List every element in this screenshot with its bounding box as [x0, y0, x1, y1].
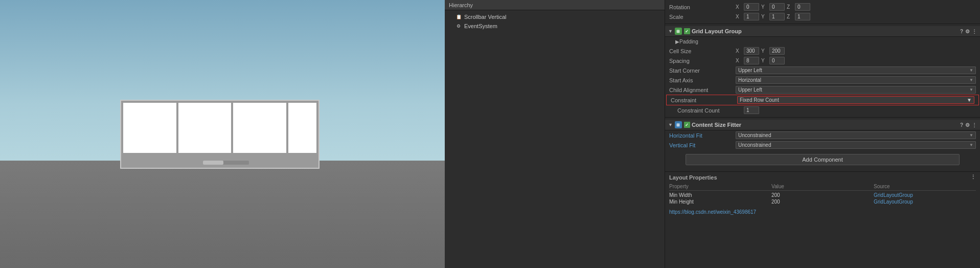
spacing-value: X 8 Y 0: [736, 57, 976, 64]
grid-icon: ⊞: [675, 28, 682, 35]
settings-icon[interactable]: ⚙: [965, 122, 970, 128]
z-label: Z: [787, 14, 793, 19]
dropdown-arrow: ▼: [969, 68, 973, 73]
row-source[interactable]: GridLayoutGroup: [874, 192, 976, 198]
start-axis-value: Horizontal: [738, 77, 761, 83]
scene-grid-inner: [123, 103, 316, 153]
content-size-section: ▼ ⊞ ✓ Content Size Fitter ? ⚙ ⋮ Horizont…: [665, 118, 980, 172]
cell-size-y[interactable]: 200: [769, 47, 785, 55]
rotation-x[interactable]: 0: [744, 3, 759, 11]
checkbox-icon[interactable]: ✓: [684, 28, 690, 34]
column-value: Value: [771, 184, 874, 189]
row-property: Min Height: [669, 199, 771, 205]
cell-size-value: X 300 Y 200: [736, 47, 976, 55]
scene-view: [0, 0, 445, 268]
hierarchy-item-eventsystem[interactable]: ⚙ EventSystem: [445, 21, 665, 31]
help-icon[interactable]: ?: [960, 122, 963, 128]
x-label: X: [736, 14, 742, 19]
row-source[interactable]: GridLayoutGroup: [874, 199, 976, 205]
help-icon[interactable]: ?: [960, 29, 963, 34]
child-alignment-row: Child Alignment Upper Left ▼: [665, 85, 980, 95]
cell-size-x[interactable]: 300: [744, 47, 759, 55]
row-value: 200: [771, 199, 874, 205]
scene-grid-cell: [178, 103, 232, 153]
y-label: Y: [761, 48, 767, 54]
constraint-row: Constraint Fixed Row Count ▼: [666, 95, 979, 105]
hierarchy-item-label: Scrollbar Vertical: [464, 14, 507, 20]
url-text: https://blog.csdn.net/weixin_43698617: [669, 209, 756, 215]
scene-grid-container: [120, 100, 320, 169]
start-corner-row: Start Corner Upper Left ▼: [665, 65, 980, 75]
vertical-fit-dropdown[interactable]: Unconstrained ▼: [736, 141, 976, 149]
scene-grid-cell: [288, 103, 316, 153]
child-alignment-label: Child Alignment: [669, 87, 736, 93]
vertical-fit-label: Vertical Fit: [669, 142, 736, 148]
rotation-y[interactable]: 0: [769, 3, 785, 11]
dropdown-arrow: ▼: [969, 133, 973, 138]
settings-icon[interactable]: ⚙: [965, 29, 970, 34]
horizontal-fit-label: Horizontal Fit: [669, 132, 736, 139]
add-component-label: Add Component: [802, 157, 843, 163]
row-value: 200: [771, 192, 874, 198]
spacing-row: Spacing X 8 Y 0: [665, 56, 980, 65]
more-icon[interactable]: ⋮: [972, 122, 977, 128]
scene-ground: [0, 161, 445, 268]
scale-y[interactable]: 1: [769, 13, 785, 20]
content-size-title: Content Size Fitter: [692, 122, 741, 128]
layout-properties-title: Layout Properties: [669, 174, 717, 181]
scale-value: X 1 Y 1 Z 1: [736, 13, 976, 20]
spacing-y[interactable]: 0: [769, 57, 785, 64]
scale-z[interactable]: 1: [795, 13, 810, 20]
hierarchy-item-scrollbar[interactable]: 📋 Scrollbar Vertical: [445, 12, 665, 21]
start-corner-value: Upper Left: [738, 68, 762, 73]
rotation-label: Rotation: [669, 4, 736, 10]
hierarchy-header: Hierarchy: [445, 0, 665, 10]
child-alignment-dropdown[interactable]: Upper Left ▼: [736, 86, 976, 94]
column-property: Property: [669, 184, 771, 189]
z-label: Z: [787, 4, 793, 10]
header-icons: ? ⚙ ⋮: [960, 29, 977, 34]
horizontal-fit-dropdown[interactable]: Unconstrained ▼: [736, 131, 976, 139]
layout-properties-more[interactable]: ⋮: [970, 174, 976, 181]
scene-scrollbar-thumb[interactable]: [203, 161, 223, 165]
rotation-z[interactable]: 0: [795, 3, 810, 11]
constraint-count-label: Constraint Count: [677, 107, 744, 114]
content-size-header: ▼ ⊞ ✓ Content Size Fitter ? ⚙ ⋮: [665, 120, 980, 130]
row-property: Min Width: [669, 192, 771, 198]
toggle-icon[interactable]: ▼: [668, 122, 673, 127]
constraint-count-row: Constraint Count 1: [665, 105, 980, 115]
cell-size-label: Cell Size: [669, 48, 736, 54]
scene-scrollbar[interactable]: [203, 161, 249, 165]
toggle-icon[interactable]: ▼: [668, 29, 673, 34]
scene-grid-cell: [233, 103, 286, 153]
content-size-icon: ⊞: [675, 121, 682, 128]
add-component-button[interactable]: Add Component: [686, 154, 960, 165]
hierarchy-title: Hierarchy: [449, 2, 473, 8]
grid-layout-section: ▼ ⊞ ✓ Grid Layout Group ? ⚙ ⋮ ▶ Padding …: [665, 24, 980, 118]
y-label: Y: [761, 14, 767, 19]
padding-toggle[interactable]: ▶: [675, 39, 679, 44]
hierarchy-item-icon: 📋: [455, 13, 462, 20]
constraint-value: Fixed Row Count: [740, 97, 779, 103]
spacing-x[interactable]: 8: [744, 57, 759, 64]
more-icon[interactable]: ⋮: [972, 29, 977, 34]
layout-table-header: Property Value Source: [669, 183, 976, 191]
constraint-label: Constraint: [671, 97, 737, 103]
checkbox-icon[interactable]: ✓: [684, 122, 690, 128]
hierarchy-item-icon: ⚙: [455, 23, 462, 30]
rotation-value: X 0 Y 0 Z 0: [736, 3, 976, 11]
child-alignment-value: Upper Left: [738, 87, 762, 93]
scale-x[interactable]: 1: [744, 13, 759, 20]
cell-size-row: Cell Size X 300 Y 200: [665, 46, 980, 56]
layout-properties-header: Layout Properties ⋮: [669, 174, 976, 181]
constraint-count-value[interactable]: 1: [744, 106, 759, 114]
layout-table-row: Min Width 200 GridLayoutGroup: [669, 192, 976, 198]
constraint-dropdown[interactable]: Fixed Row Count ▼: [737, 96, 974, 104]
padding-label: Padding: [679, 39, 698, 44]
scale-row: Scale X 1 Y 1 Z 1: [665, 12, 980, 21]
grid-layout-header: ▼ ⊞ ✓ Grid Layout Group ? ⚙ ⋮: [665, 26, 980, 37]
column-source: Source: [874, 184, 976, 189]
grid-layout-title: Grid Layout Group: [692, 28, 742, 34]
start-axis-dropdown[interactable]: Horizontal ▼: [736, 76, 976, 84]
start-corner-dropdown[interactable]: Upper Left ▼: [736, 66, 976, 74]
